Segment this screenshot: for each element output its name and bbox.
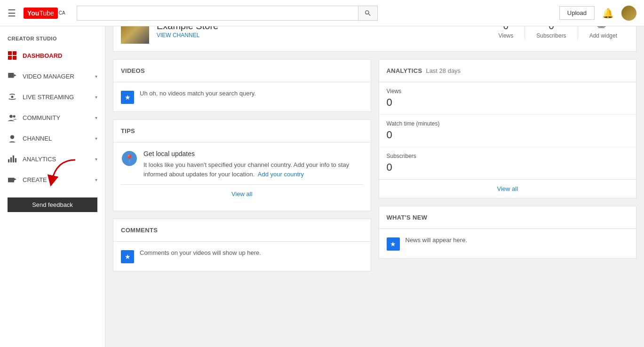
channel-icon [8,134,17,143]
tips-view-all-link[interactable]: View all [121,184,363,203]
svg-rect-18 [598,27,605,28]
live-streaming-icon [8,92,17,102]
user-avatar[interactable] [621,6,636,21]
sidebar-item-create[interactable]: CREATE ▾ [0,169,105,190]
tips-title: TIPS [121,127,135,134]
tips-text-content: Get local updates It looks like you have… [143,150,363,179]
chevron-down-icon: ▾ [95,157,97,162]
sidebar: CREATOR STUDIO DASHBOARD V [0,26,105,321]
analytics-subscribers-value: 0 [387,161,629,174]
chevron-down-icon: ▾ [95,177,97,182]
yt-logo-ca: CA [59,10,65,16]
analytics-card-header: ANALYTICS Last 28 days [379,60,636,82]
search-input[interactable] [77,6,358,21]
comments-card-body: ★ Comments on your videos will show up h… [113,242,371,271]
analytics-view-all-link[interactable]: View all [379,179,636,198]
sidebar-item-channel-label: CHANNEL [23,135,52,142]
videos-card-header: VIDEOS [113,60,371,82]
videos-card-body: ★ Uh oh, no videos match your search que… [113,82,371,111]
whats-new-empty-text: News will appear here. [405,237,468,244]
analytics-watchtime-label: Watch time (minutes) [387,120,629,127]
svg-point-8 [13,115,16,118]
svg-marker-5 [14,74,16,77]
sidebar-item-video-manager[interactable]: VIDEO MANAGER ▾ [0,66,105,87]
videos-title: VIDEOS [121,67,145,74]
whats-new-star-icon: ★ [387,237,400,251]
videos-empty-message: ★ Uh oh, no videos match your search que… [121,90,363,104]
svg-rect-4 [8,73,14,78]
sidebar-item-live-streaming[interactable]: LIVE STREAMING ▾ [0,87,105,107]
search-button[interactable] [358,6,378,21]
hamburger-menu[interactable]: ☰ [8,8,16,19]
sidebar-section-title: CREATOR STUDIO [0,26,105,45]
svg-rect-14 [8,178,14,182]
sidebar-item-analytics-label: ANALYTICS [23,156,56,163]
analytics-subtitle: Last 28 days [426,67,461,74]
tips-card: TIPS 📍 Get local updates It looks like y… [113,119,371,211]
main-content: Example Store VIEW CHANNEL 0 Views 0 Sub… [105,0,644,321]
tips-icon-wrap: 📍 [121,150,138,167]
sidebar-item-create-label: CREATE [23,176,47,183]
svg-marker-15 [14,178,16,181]
whats-new-header: WHAT'S NEW [379,206,636,229]
youtube-logo[interactable]: YouTube CA [24,8,65,19]
content-grid: VIDEOS ★ Uh oh, no videos match your sea… [113,59,636,271]
svg-rect-13 [15,158,16,162]
svg-point-7 [9,115,13,118]
whats-new-body: ★ News will appear here. [379,229,636,258]
analytics-watchtime-stat: Watch time (minutes) 0 [379,115,636,147]
comments-card: COMMENTS ★ Comments on your videos will … [113,219,371,271]
videos-card: VIDEOS ★ Uh oh, no videos match your sea… [113,59,371,112]
sidebar-item-community-label: COMMUNITY [23,114,60,121]
svg-rect-12 [13,156,14,163]
tips-item: 📍 Get local updates It looks like you ha… [121,150,363,179]
analytics-watchtime-value: 0 [387,129,629,141]
add-widget-label: Add widget [589,32,617,39]
chevron-down-icon: ▾ [95,136,97,141]
sidebar-item-community[interactable]: COMMUNITY ▾ [0,107,105,128]
sidebar-item-analytics[interactable]: ANALYTICS ▾ [0,149,105,169]
sidebar-item-dashboard[interactable]: DASHBOARD [0,45,105,66]
search-icon [364,9,372,17]
analytics-card: ANALYTICS Last 28 days Views 0 Watch tim… [379,59,637,198]
yt-logo-icon: YouTube [24,8,58,19]
notifications-bell-icon[interactable]: 🔔 [602,8,614,19]
view-channel-link[interactable]: VIEW CHANNEL [157,32,199,39]
chevron-down-icon: ▾ [95,95,97,100]
upload-button[interactable]: Upload [559,6,595,20]
left-column: VIDEOS ★ Uh oh, no videos match your sea… [113,59,371,271]
analytics-stats: Views 0 Watch time (minutes) 0 Subscribe… [379,82,636,179]
comments-card-header: COMMENTS [113,219,371,242]
analytics-subscribers-stat: Subscribers 0 [379,147,636,179]
analytics-views-stat: Views 0 [379,82,636,115]
videos-star-icon: ★ [121,91,134,104]
comments-empty-text: Comments on your videos will show up her… [140,249,261,256]
dashboard-icon [8,51,17,60]
svg-rect-1 [13,51,16,55]
person-location-icon: 📍 [122,151,137,166]
chevron-down-icon: ▾ [95,74,97,79]
analytics-icon [8,154,17,164]
search-bar [77,6,378,21]
chevron-down-icon: ▾ [95,115,97,120]
svg-rect-3 [13,56,16,60]
subscribers-label: Subscribers [536,32,566,39]
analytics-views-label: Views [387,88,629,95]
tips-item-title: Get local updates [143,150,363,158]
add-country-link[interactable]: Add your country [258,171,304,178]
svg-rect-0 [8,51,12,55]
sidebar-item-channel[interactable]: CHANNEL ▾ [0,128,105,149]
svg-rect-11 [10,158,12,163]
right-column: ANALYTICS Last 28 days Views 0 Watch tim… [379,59,637,271]
svg-rect-10 [8,159,9,163]
sidebar-item-live-streaming-label: LIVE STREAMING [23,94,74,101]
analytics-subscribers-label: Subscribers [387,153,629,159]
sidebar-item-dashboard-label: DASHBOARD [23,52,63,59]
whats-new-empty-message: ★ News will appear here. [387,237,629,251]
analytics-views-value: 0 [387,96,629,109]
tips-card-header: TIPS [113,120,371,142]
tips-item-body-text: It looks like you haven't specified your… [143,161,349,178]
analytics-title: ANALYTICS [387,67,422,74]
send-feedback-button[interactable]: Send feedback [8,197,97,212]
comments-empty-message: ★ Comments on your videos will show up h… [121,249,363,263]
